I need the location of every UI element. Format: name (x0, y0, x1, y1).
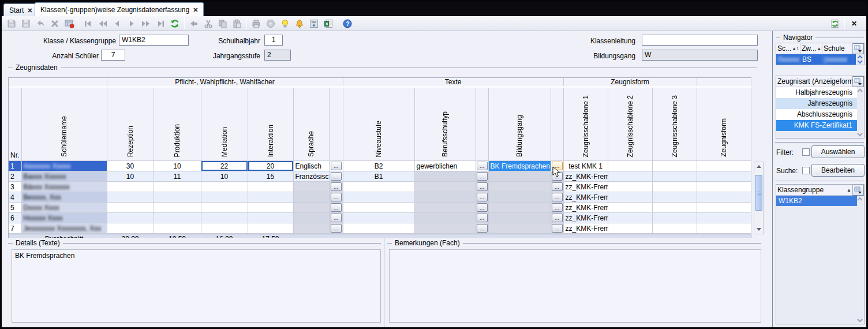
klassengruppe-header-label[interactable]: Klassengruppe▲ (776, 185, 852, 195)
help-icon[interactable]: ? (341, 17, 354, 30)
niveaustufe-cell[interactable] (343, 213, 414, 223)
zeugnisschablone1-cell[interactable]: zz_KMK-Frem... (563, 203, 608, 213)
interaktion-cell[interactable] (248, 192, 293, 203)
zeugnisschablone1-cell[interactable]: test KMK 1 (563, 161, 608, 171)
ellipsis-button[interactable]: ... (477, 172, 488, 181)
scrollbar-thumb[interactable] (755, 175, 762, 211)
zeugnisschablone3-cell[interactable] (652, 182, 697, 192)
row-number-cell[interactable]: 3 (9, 182, 21, 192)
ellipsis-button[interactable]: ... (331, 203, 342, 212)
sync-icon[interactable] (828, 17, 842, 30)
ellipsis-button[interactable]: ... (331, 214, 342, 222)
niveaustufe-cell[interactable] (343, 203, 414, 213)
student-name-cell[interactable]: Hxxxxx Xxxx (21, 213, 107, 223)
produktion-cell[interactable] (154, 192, 201, 203)
row-number-cell[interactable]: 7 (9, 223, 21, 234)
mediation-cell[interactable] (201, 213, 248, 223)
sprache-cell[interactable] (293, 223, 329, 234)
berufsschultyp-cell[interactable] (414, 171, 476, 182)
berufsschultyp-cell[interactable] (414, 203, 476, 213)
grid-options-button[interactable] (852, 185, 864, 196)
row-number-cell[interactable]: 2 (9, 171, 21, 182)
ellipsis-button[interactable]: ... (552, 203, 563, 212)
produktion-cell[interactable] (154, 203, 201, 213)
rezeption-cell[interactable]: 10 (107, 171, 154, 182)
bildungsgang-cell[interactable] (488, 203, 551, 213)
ellipsis-button[interactable]: ... (552, 224, 563, 233)
niveaustufe-cell[interactable] (343, 192, 414, 203)
ellipsis-button[interactable]: ... (477, 182, 488, 191)
mediation-cell[interactable] (201, 182, 248, 192)
mediation-cell[interactable] (201, 203, 248, 213)
zeugnisschablone1-cell[interactable]: zz_KMK-Frem... (563, 182, 608, 192)
rezeption-cell[interactable] (107, 223, 154, 234)
mediation-cell[interactable]: 10 (201, 171, 248, 182)
student-name-cell[interactable]: Jexxxxxxx Xxxxxxxx, Xxx (21, 223, 107, 234)
ellipsis-button[interactable]: ... (552, 182, 563, 191)
zeugnisform-cell[interactable] (697, 223, 751, 234)
zeugnisart-item-jahreszeugnis[interactable]: Jahreszeugnis (776, 98, 857, 109)
mediation-cell[interactable] (201, 223, 248, 234)
save-icon[interactable] (19, 17, 33, 30)
ellipsis-button[interactable]: ... (331, 162, 342, 170)
paste-icon[interactable] (230, 17, 244, 30)
student-name-cell[interactable]: Aixxxxxx Xxxxx (21, 161, 107, 171)
close-panel-icon[interactable]: ✕ (847, 17, 861, 30)
zeugnisschablone2-cell[interactable] (608, 192, 652, 203)
filter-checkbox[interactable] (802, 148, 810, 156)
rezeption-cell[interactable] (107, 182, 154, 192)
zeugnisschablone3-cell[interactable] (652, 213, 697, 223)
berufsschultyp-cell[interactable] (414, 182, 476, 192)
niveaustufe-cell[interactable] (343, 182, 414, 192)
refresh-icon[interactable] (168, 17, 182, 30)
nav-first-icon[interactable] (81, 17, 95, 30)
zeugnisart-item-abschlusszeugnis[interactable]: Abschlusszeugnis (776, 109, 857, 120)
grid-scrollbar[interactable] (754, 162, 764, 234)
chevron-up-icon[interactable] (856, 88, 863, 93)
mediation-cell[interactable] (201, 192, 248, 203)
bildungsgang-cell[interactable] (488, 171, 551, 182)
ellipsis-button[interactable]: ... (331, 172, 342, 181)
zeugnisschablone3-cell[interactable] (652, 203, 697, 213)
tab-zeugnisdatenerfassung[interactable]: Klassen(-gruppen)weise Zeugnisdatenerfas… (35, 2, 204, 16)
school-row[interactable]: 0xxxxx BS (xxxxxx (776, 54, 864, 65)
interaktion-cell[interactable]: 20 (248, 161, 293, 171)
berufsschultyp-cell[interactable] (414, 223, 476, 234)
produktion-cell[interactable] (154, 213, 201, 223)
klasse-input[interactable]: W1KB2 (119, 35, 189, 46)
cancel-icon[interactable] (48, 17, 62, 30)
tab-start[interactable]: Start ✕ (3, 3, 39, 16)
sprache-cell[interactable] (293, 203, 329, 213)
back-arrow-icon[interactable] (187, 17, 201, 30)
row-number-cell[interactable]: 5 (9, 203, 21, 213)
ellipsis-button[interactable]: ... (477, 224, 488, 233)
zeugnisschablone1-cell[interactable]: zz_KMK-Frem... (563, 171, 608, 182)
details-textarea[interactable]: BK Fremdsprachen (12, 249, 381, 323)
produktion-cell[interactable]: 11 (154, 171, 201, 182)
student-name-cell[interactable]: Dxxxx Xxxx (21, 203, 107, 213)
ellipsis-button[interactable]: ... (477, 193, 488, 201)
ellipsis-button[interactable]: ... (477, 203, 488, 212)
close-tab-icon[interactable]: ✕ (193, 7, 198, 13)
ellipsis-button[interactable]: ... (477, 214, 488, 222)
zeugnisschablone1-cell[interactable]: zz_KMK-Frem... (563, 192, 608, 203)
disc-icon[interactable] (264, 17, 278, 30)
zeugnisform-cell[interactable] (697, 213, 751, 223)
sprache-cell[interactable]: Französisch (293, 171, 329, 182)
ellipsis-button[interactable]: ... (552, 193, 563, 201)
produktion-cell[interactable] (154, 223, 201, 234)
bildungsgang-cell[interactable]: BK Fremdsprachen (488, 161, 551, 171)
grid-options-button[interactable] (852, 76, 864, 87)
ellipsis-button[interactable]: ... (552, 214, 563, 222)
nav-next-icon[interactable] (125, 17, 139, 30)
bell-icon[interactable] (293, 17, 306, 30)
new-record-icon[interactable] (5, 17, 18, 30)
zeugnisschablone2-cell[interactable] (608, 213, 652, 223)
bildungsgang-cell[interactable] (488, 192, 551, 203)
zeugnisschablone2-cell[interactable] (608, 161, 652, 171)
row-number-cell[interactable]: 6 (9, 213, 21, 223)
zeugnisschablone2-cell[interactable] (608, 223, 652, 234)
nav-prev-icon[interactable] (110, 17, 124, 30)
copy-icon[interactable] (216, 17, 230, 30)
ellipsis-button[interactable]: ... (331, 224, 342, 233)
